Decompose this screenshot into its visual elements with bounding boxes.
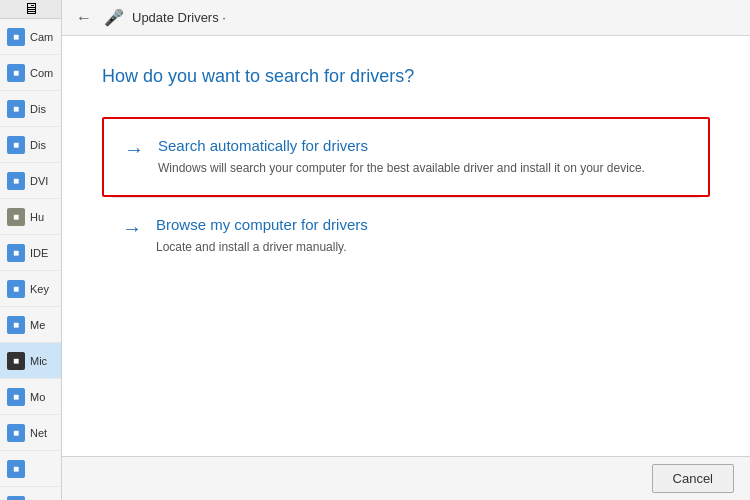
network-icon: ■ bbox=[6, 423, 26, 443]
sidebar-item-microphones[interactable]: ■Mic bbox=[0, 343, 61, 379]
sidebar-label-dvd: DVI bbox=[30, 175, 48, 187]
sidebar-label-monitors: Mo bbox=[30, 391, 45, 403]
device-manager-icon: 🖥 bbox=[23, 0, 39, 18]
sidebar-item-other2[interactable]: ■ bbox=[0, 487, 61, 500]
option-browse[interactable]: →Browse my computer for driversLocate an… bbox=[102, 198, 710, 274]
sidebar-item-display[interactable]: ■Dis bbox=[0, 127, 61, 163]
sidebar-item-disk-drives[interactable]: ■Dis bbox=[0, 91, 61, 127]
option-description-auto-search: Windows will search your computer for th… bbox=[158, 159, 645, 177]
human-interface-icon: ■ bbox=[6, 207, 26, 227]
display-icon: ■ bbox=[6, 135, 26, 155]
sidebar-label-microphones: Mic bbox=[30, 355, 47, 367]
mice-icon: ■ bbox=[6, 315, 26, 335]
main-panel: ← 🎤 Update Drivers · How do you want to … bbox=[62, 0, 750, 500]
sidebar-label-network: Net bbox=[30, 427, 47, 439]
content-area: How do you want to search for drivers? →… bbox=[62, 36, 750, 456]
footer: Cancel bbox=[62, 456, 750, 500]
cameras-icon: ■ bbox=[6, 27, 26, 47]
sidebar-item-ide[interactable]: ■IDE bbox=[0, 235, 61, 271]
sidebar-label-com-ports: Com bbox=[30, 67, 53, 79]
keyboards-icon: ■ bbox=[6, 279, 26, 299]
microphones-icon: ■ bbox=[6, 351, 26, 371]
sidebar-label-keyboards: Key bbox=[30, 283, 49, 295]
titlebar-title: Update Drivers · bbox=[132, 10, 226, 25]
other1-icon: ■ bbox=[6, 459, 26, 479]
option-arrow-auto-search: → bbox=[124, 138, 144, 161]
sidebar-label-display: Dis bbox=[30, 139, 46, 151]
option-title-auto-search: Search automatically for drivers bbox=[158, 137, 645, 154]
option-description-browse: Locate and install a driver manually. bbox=[156, 238, 368, 256]
back-button[interactable]: ← bbox=[72, 6, 96, 30]
monitors-icon: ■ bbox=[6, 387, 26, 407]
other2-icon: ■ bbox=[6, 495, 26, 501]
sidebar-header: 🖥 bbox=[0, 0, 61, 19]
sidebar-item-network[interactable]: ■Net bbox=[0, 415, 61, 451]
sidebar-label-human-interface: Hu bbox=[30, 211, 44, 223]
sidebar-item-human-interface[interactable]: ■Hu bbox=[0, 199, 61, 235]
sidebar-item-dvd[interactable]: ■DVI bbox=[0, 163, 61, 199]
sidebar-item-com-ports[interactable]: ■Com bbox=[0, 55, 61, 91]
option-title-browse: Browse my computer for drivers bbox=[156, 216, 368, 233]
titlebar-device-icon: 🎤 bbox=[104, 8, 124, 27]
sidebar-item-cameras[interactable]: ■Cam bbox=[0, 19, 61, 55]
sidebar-label-cameras: Cam bbox=[30, 31, 53, 43]
sidebar-item-monitors[interactable]: ■Mo bbox=[0, 379, 61, 415]
sidebar: 🖥 ■Cam■Com■Dis■Dis■DVI■Hu■IDE■Key■Me■Mic… bbox=[0, 0, 62, 500]
com-ports-icon: ■ bbox=[6, 63, 26, 83]
sidebar-label-mice: Me bbox=[30, 319, 45, 331]
sidebar-label-disk-drives: Dis bbox=[30, 103, 46, 115]
sidebar-item-mice[interactable]: ■Me bbox=[0, 307, 61, 343]
option-arrow-browse: → bbox=[122, 217, 142, 240]
page-question: How do you want to search for drivers? bbox=[102, 66, 710, 87]
sidebar-item-keyboards[interactable]: ■Key bbox=[0, 271, 61, 307]
dvd-icon: ■ bbox=[6, 171, 26, 191]
ide-icon: ■ bbox=[6, 243, 26, 263]
disk-drives-icon: ■ bbox=[6, 99, 26, 119]
sidebar-item-other1[interactable]: ■ bbox=[0, 451, 61, 487]
titlebar: ← 🎤 Update Drivers · bbox=[62, 0, 750, 36]
cancel-button[interactable]: Cancel bbox=[652, 464, 734, 493]
option-auto-search[interactable]: →Search automatically for driversWindows… bbox=[102, 117, 710, 197]
sidebar-label-ide: IDE bbox=[30, 247, 48, 259]
